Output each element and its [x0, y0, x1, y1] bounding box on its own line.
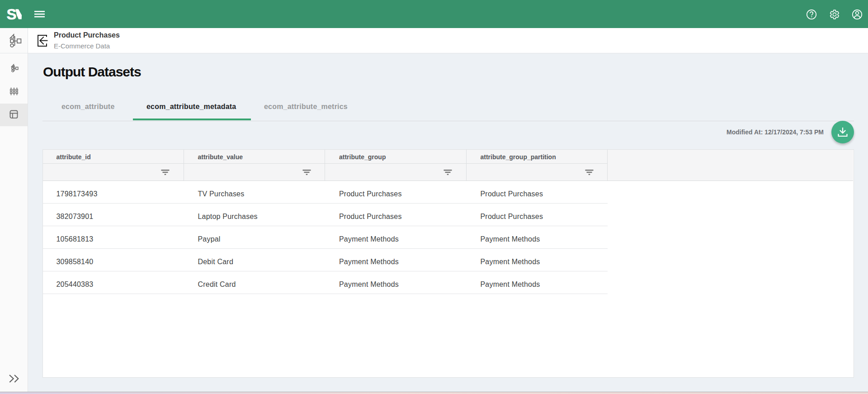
svg-text:S: S [6, 7, 16, 22]
